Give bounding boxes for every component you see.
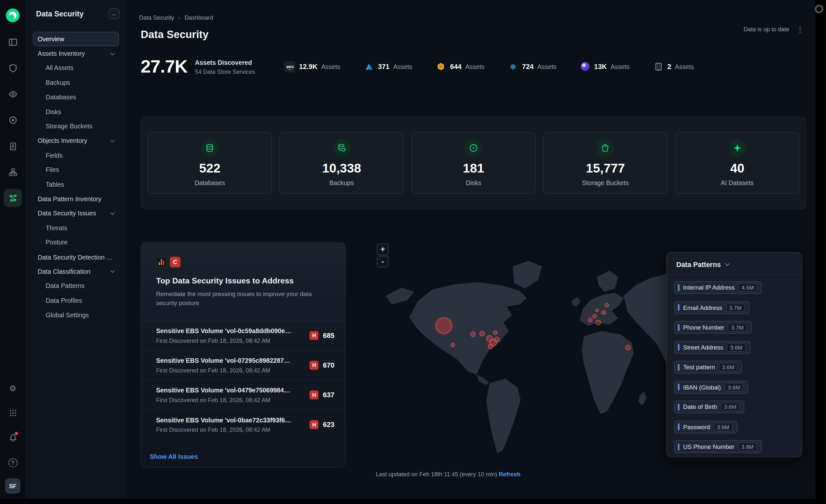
pattern-count: 3.6M: [727, 343, 746, 352]
pattern-chip[interactable]: Test pattern3.6M: [674, 361, 742, 373]
issue-row[interactable]: Sensitive EBS Volume 'vol-0bae72c33f93f6…: [141, 410, 345, 439]
map-footer: Last updated on Feb 18th 11:45 (every 10…: [376, 471, 521, 478]
sidebar-item-data-profiles[interactable]: Data Profiles: [33, 294, 119, 308]
severity-high-badge: H: [310, 331, 319, 340]
data-security-icon[interactable]: [4, 189, 22, 207]
sidebar-item-data-security-issues[interactable]: Data Security Issues: [33, 206, 119, 220]
orca-logo-icon[interactable]: [6, 8, 20, 22]
notifications-bell-icon[interactable]: [4, 429, 22, 447]
provider-chip-purview[interactable]: 13K Assets: [580, 61, 630, 72]
total-assets-meta: Assets Discovered 54 Data Store Services: [195, 59, 255, 74]
provider-chip-google-cloud[interactable]: 644 Assets: [435, 61, 484, 72]
refresh-link[interactable]: Refresh: [499, 471, 521, 478]
show-all-issues-link[interactable]: Show All Issues: [150, 453, 198, 460]
sidebar-item-tables[interactable]: Tables: [33, 177, 119, 192]
pattern-chip[interactable]: Date of Birth3.6M: [674, 400, 744, 413]
map-marker[interactable]: [488, 344, 493, 349]
sidebar-item-files[interactable]: Files: [33, 163, 119, 177]
chevron-down-icon: [110, 210, 115, 215]
report-icon[interactable]: [4, 137, 22, 155]
pattern-accent-bar: [678, 423, 680, 430]
sidebar-item-assets-inventory[interactable]: Assets Inventory: [33, 47, 119, 61]
sidebar-item-objects-inventory[interactable]: Objects Inventory: [33, 133, 119, 148]
pattern-chip[interactable]: Street Address3.6M: [674, 341, 751, 354]
sidebar-item-disks[interactable]: Disks: [33, 105, 119, 119]
dashboard-icon[interactable]: [4, 33, 22, 51]
breadcrumb-root[interactable]: Data Security: [139, 14, 174, 21]
breadcrumb: Data Security › Dashboard: [139, 14, 213, 21]
pattern-chip[interactable]: US Phone Number3.6M: [674, 440, 762, 453]
summary-card-ai-datasets[interactable]: 40 AI Datasets: [675, 132, 800, 194]
zoom-out-button[interactable]: -: [377, 256, 389, 267]
sidebar-item-data-security-detection-rules[interactable]: Data Security Detection Rul...: [33, 250, 119, 264]
issue-count: 685: [323, 331, 335, 339]
user-avatar[interactable]: SF: [5, 479, 20, 493]
summary-value: 40: [730, 161, 744, 175]
sidebar-item-databases[interactable]: Databases: [33, 90, 119, 105]
sidebar-collapse-button[interactable]: ←: [109, 8, 119, 19]
map-marker[interactable]: [494, 337, 499, 342]
map-marker[interactable]: [605, 303, 609, 307]
target-icon[interactable]: [4, 111, 22, 129]
help-icon[interactable]: ?: [4, 454, 22, 472]
data-patterns-header[interactable]: Data Patterns: [667, 252, 802, 275]
sidebar-item-threats[interactable]: Threats: [33, 221, 119, 235]
map-marker[interactable]: [596, 320, 601, 325]
map-marker[interactable]: [625, 345, 631, 350]
rail-bottom-group: ⚙ ? SF: [4, 379, 22, 493]
sidebar-item-storage-buckets[interactable]: Storage Buckets: [33, 119, 119, 133]
map-marker[interactable]: [493, 330, 497, 335]
provider-chip-organization[interactable]: 2 Assets: [653, 61, 694, 72]
pattern-chip[interactable]: Phone Number3.7M: [674, 321, 752, 333]
sidebar-item-data-classification[interactable]: Data Classification: [33, 264, 119, 279]
zoom-in-button[interactable]: +: [377, 244, 389, 255]
provider-chip-snowflake[interactable]: ❄ 724 Assets: [508, 61, 556, 72]
apps-grid-icon[interactable]: [4, 404, 22, 422]
sidebar-item-global-settings[interactable]: Global Settings: [33, 308, 119, 322]
inventory-icon[interactable]: [4, 163, 22, 181]
sidebar-item-backups[interactable]: Backups: [33, 75, 119, 90]
summary-card-storage-buckets[interactable]: 15,777 Storage Buckets: [543, 132, 667, 194]
sidebar-item-data-patterns[interactable]: Data Patterns: [33, 279, 119, 294]
summary-card-backups[interactable]: 10,338 Backups: [280, 132, 404, 194]
map-marker[interactable]: [592, 314, 597, 318]
sidebar-item-posture[interactable]: Posture: [33, 235, 119, 250]
issue-row[interactable]: Sensitive EBS Volume 'vol-0479e750699840…: [141, 380, 345, 410]
sidebar-item-overview[interactable]: Overview: [33, 32, 119, 47]
provider-suffix: Assets: [675, 63, 694, 70]
sidebar-nav: Overview Assets Inventory All Assets Bac…: [25, 32, 126, 322]
issue-row[interactable]: Sensitive EBS Volume 'vol-07295c8982287f…: [141, 350, 345, 380]
eye-icon[interactable]: [4, 85, 22, 103]
map-marker[interactable]: [451, 343, 455, 347]
issue-name: Sensitive EBS Volume 'vol-0c59a8ddb090e6…: [156, 327, 292, 335]
sidebar-item-data-pattern-inventory[interactable]: Data Pattern Inventory: [33, 192, 119, 206]
pattern-chip[interactable]: IBAN (Global)3.6M: [674, 380, 748, 393]
summary-card-databases[interactable]: 522 Databases: [148, 132, 272, 194]
pattern-label: Password: [683, 424, 710, 430]
issue-count: 670: [323, 361, 335, 369]
map-marker[interactable]: [470, 331, 475, 337]
pattern-chip[interactable]: Email Address3.7M: [674, 301, 749, 314]
pattern-chip[interactable]: Internal IP Address4.5M: [674, 281, 762, 294]
kebab-menu-icon[interactable]: ⋮: [796, 25, 804, 33]
map-marker[interactable]: [596, 309, 599, 312]
sidebar-item-fields[interactable]: Fields: [33, 148, 119, 163]
world-map[interactable]: + - Data Patterns Internal IP Address4.5…: [376, 239, 805, 466]
summary-value: 10,338: [322, 161, 361, 175]
shield-icon[interactable]: [4, 59, 22, 77]
map-marker[interactable]: [479, 331, 485, 336]
issue-row[interactable]: Sensitive EBS Volume 'vol-0c59a8ddb090e6…: [141, 320, 345, 350]
pattern-accent-bar: [678, 383, 680, 390]
map-marker[interactable]: [601, 310, 606, 314]
pattern-accent-bar: [678, 344, 680, 351]
map-marker[interactable]: [588, 318, 592, 322]
provider-chip-aws[interactable]: aws 12.9K Assets: [285, 61, 340, 72]
provider-count: 371: [378, 63, 390, 71]
pattern-chip[interactable]: Password3.6M: [674, 421, 737, 433]
provider-chip-azure[interactable]: 371 Assets: [364, 61, 412, 72]
settings-gear-icon[interactable]: ⚙: [4, 379, 22, 397]
summary-card-disks[interactable]: 181 Disks: [411, 132, 536, 194]
summary-value: 181: [463, 161, 484, 175]
sidebar-item-all-assets[interactable]: All Assets: [33, 61, 119, 75]
map-marker[interactable]: [436, 318, 452, 333]
